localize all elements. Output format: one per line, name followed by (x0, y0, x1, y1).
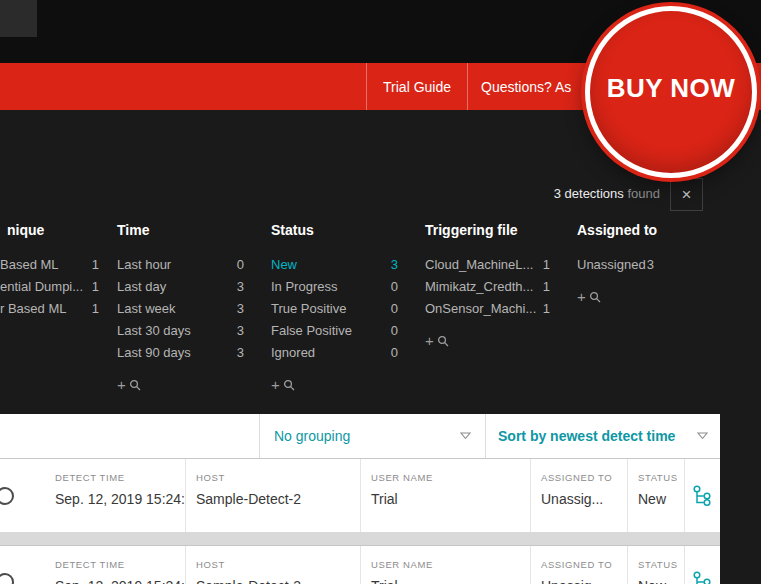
filter-item-label: New (271, 254, 297, 276)
filter-item[interactable]: Mimikatz_Credth... 1 (425, 276, 564, 298)
process-tree-icon (691, 484, 715, 508)
host-cell: HOST Sample-Detect-3 (185, 546, 360, 584)
user-name-value: Trial (371, 578, 530, 584)
filter-item-label: Last 30 days (117, 320, 191, 342)
filter-item-count: 3 (647, 254, 654, 276)
filter-item[interactable]: Unassigned 3 (577, 254, 668, 276)
filter-item[interactable]: False Positive 0 (271, 320, 412, 342)
filter-item-count: 0 (237, 254, 244, 276)
filter-column-title: Assigned to (577, 222, 668, 248)
severity-indicator-icon (0, 573, 14, 584)
detect-time-label: DETECT TIME (55, 559, 185, 570)
host-label: HOST (196, 472, 360, 483)
filter-item[interactable]: Based ML 1 (0, 254, 104, 276)
assigned-to-value: Unassig... (541, 491, 627, 507)
nav-item-trial-guide[interactable]: Trial Guide (366, 63, 467, 110)
status-value: New (638, 491, 684, 507)
filter-column-title: Time (117, 222, 258, 248)
filter-item-label: r Based ML (0, 298, 66, 320)
detections-list: DETECT TIME Sep. 12, 2019 15:24:45 HOST … (0, 459, 720, 584)
close-icon: × (682, 185, 692, 205)
plus-icon: + (425, 332, 434, 349)
caret-down-icon (460, 432, 471, 440)
view-process-tree-button[interactable] (684, 546, 720, 584)
filter-item[interactable]: In Progress 0 (271, 276, 412, 298)
filter-item[interactable]: r Based ML 1 (0, 298, 104, 320)
filter-item[interactable]: Last hour 0 (117, 254, 258, 276)
detection-row[interactable]: DETECT TIME Sep. 12, 2019 15:24:43 HOST … (0, 545, 720, 584)
add-filter-button[interactable]: + (425, 332, 564, 349)
add-filter-button[interactable]: + (577, 288, 668, 305)
user-name-value: Trial (371, 491, 530, 507)
app-window: Trial Guide Questions? As BUY NOW 3 dete… (0, 0, 761, 584)
plus-icon: + (577, 288, 586, 305)
process-tree-icon (691, 570, 715, 584)
filter-item[interactable]: Last 30 days 3 (117, 320, 258, 342)
assigned-to-label: ASSIGNED TO (541, 559, 627, 570)
assigned-to-label: ASSIGNED TO (541, 472, 627, 483)
detect-time-label: DETECT TIME (55, 472, 185, 483)
assigned-to-cell: ASSIGNED TO Unassig... (530, 546, 627, 584)
severity-cell (0, 546, 45, 584)
sort-dropdown[interactable]: Sort by newest detect time (486, 414, 720, 458)
detections-found-text: 3 detections found (554, 186, 660, 201)
magnifier-icon (437, 335, 449, 347)
filter-item-label: In Progress (271, 276, 337, 298)
user-name-cell: USER NAME Trial (360, 546, 530, 584)
filter-item[interactable]: Ignored 0 (271, 342, 412, 364)
filter-item-label: Ignored (271, 342, 315, 364)
detection-row[interactable]: DETECT TIME Sep. 12, 2019 15:24:45 HOST … (0, 459, 720, 532)
list-controls-bar: No grouping Sort by newest detect time (0, 414, 720, 459)
buy-now-button[interactable]: BUY NOW (585, 6, 757, 178)
filter-item[interactable]: Cloud_MachineL... 1 (425, 254, 564, 276)
host-label: HOST (196, 559, 360, 570)
plus-icon: + (271, 376, 280, 393)
filter-item-count: 0 (391, 342, 398, 364)
filter-item[interactable]: OnSensor_Machi... 1 (425, 298, 564, 320)
user-name-cell: USER NAME Trial (360, 459, 530, 532)
list-controls-spacer (0, 414, 260, 458)
status-cell: STATUS New (627, 459, 684, 532)
add-filter-button[interactable]: + (117, 376, 258, 393)
filter-item-count: 3 (237, 298, 244, 320)
filter-item[interactable]: ential Dumpi... 1 (0, 276, 104, 298)
filter-item-count: 0 (391, 276, 398, 298)
filter-item-count: 1 (92, 276, 99, 298)
filter-item-label: Based ML (0, 254, 59, 276)
view-process-tree-button[interactable] (684, 459, 720, 532)
magnifier-icon (589, 291, 601, 303)
filter-item[interactable]: Last 90 days 3 (117, 342, 258, 364)
filter-column-triggering-file: Triggering file Cloud_MachineL... 1 Mimi… (412, 222, 564, 393)
close-filters-button[interactable]: × (670, 178, 703, 211)
filter-item-count: 3 (391, 254, 398, 276)
plus-icon: + (117, 376, 126, 393)
filter-item-count: 1 (543, 276, 550, 298)
filter-item-label: Cloud_MachineL... (425, 254, 533, 276)
filter-item-active[interactable]: New 3 (271, 254, 412, 276)
filter-item-count: 3 (237, 320, 244, 342)
filter-item-label: ential Dumpi... (0, 276, 83, 298)
assigned-to-cell: ASSIGNED TO Unassig... (530, 459, 627, 532)
grouping-dropdown[interactable]: No grouping (260, 414, 486, 458)
filter-item[interactable]: Last day 3 (117, 276, 258, 298)
assigned-to-value: Unassig... (541, 578, 627, 584)
filter-item[interactable]: True Positive 0 (271, 298, 412, 320)
detections-found-suffix: found (627, 186, 660, 201)
magnifier-icon (129, 379, 141, 391)
detect-time-cell: DETECT TIME Sep. 12, 2019 15:24:43 (45, 546, 185, 584)
filter-item-label: Last week (117, 298, 176, 320)
filter-item-count: 1 (543, 298, 550, 320)
status-label: STATUS (638, 559, 684, 570)
host-cell: HOST Sample-Detect-2 (185, 459, 360, 532)
add-filter-button[interactable]: + (271, 376, 412, 393)
detect-time-value: Sep. 12, 2019 15:24:45 (55, 491, 185, 507)
severity-indicator-icon (0, 487, 14, 505)
host-value: Sample-Detect-3 (196, 578, 360, 584)
filter-item[interactable]: Last week 3 (117, 298, 258, 320)
filter-item-label: False Positive (271, 320, 352, 342)
filter-item-count: 1 (543, 254, 550, 276)
filter-column-title: Status (271, 222, 412, 248)
detections-count: 3 detections (554, 186, 624, 201)
logo-placeholder (0, 0, 37, 37)
filter-item-count: 1 (92, 254, 99, 276)
